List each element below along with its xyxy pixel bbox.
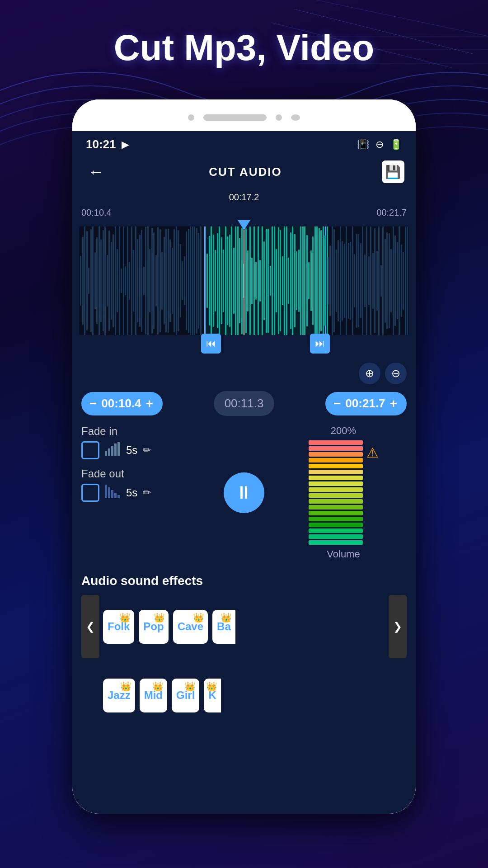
svg-rect-11 <box>105 485 107 498</box>
fade-out-wave-icon <box>105 485 121 501</box>
fade-in-item: Fade in <box>81 425 208 459</box>
zoom-in-button[interactable]: ⊕ <box>359 363 380 384</box>
left-time-label: 00:10.4 <box>81 208 112 218</box>
volume-percent: 200% <box>331 425 356 437</box>
effect-folk-button[interactable]: Folk 👑 <box>103 610 134 644</box>
svg-rect-14 <box>114 493 117 498</box>
start-time-control: − 00:10.4 + <box>81 392 163 415</box>
svg-rect-12 <box>108 487 110 498</box>
scroll-right-button[interactable]: ❯ <box>389 595 407 658</box>
effects-row-1: ❮ Folk 👑 Pop 👑 Cave 👑 <box>81 595 407 658</box>
fade-in-checkbox[interactable] <box>81 441 99 459</box>
fade-out-duration: 5s <box>126 486 137 499</box>
effect-girl-crown: 👑 <box>184 681 196 692</box>
effect-girl-button[interactable]: Girl 👑 <box>172 679 199 712</box>
waveform-canvas[interactable] <box>79 226 409 335</box>
vibrate-icon: 📳 <box>357 139 369 151</box>
effects-columns: Folk 👑 Pop 👑 Cave 👑 Ba 👑 <box>103 610 385 644</box>
battery-icon: 🔋 <box>390 139 402 151</box>
fade-in-duration: 5s <box>126 444 137 457</box>
play-pause-button[interactable]: ⏸ <box>224 472 264 513</box>
zoom-out-icon: ⊖ <box>391 367 400 380</box>
volume-warning-icon: ⚠ <box>366 445 379 461</box>
fade-out-label: Fade out <box>81 467 208 480</box>
right-handle[interactable]: ⏭ <box>310 336 330 354</box>
minus-icon: ⊖ <box>375 139 384 151</box>
sound-effects-section: Audio sound effects ❮ Folk 👑 Pop 👑 <box>72 574 416 732</box>
notch-bar <box>203 114 267 121</box>
save-icon: 💾 <box>385 165 401 179</box>
sound-effects-title: Audio sound effects <box>81 574 407 588</box>
right-time-label: 00:21.7 <box>376 208 407 218</box>
effect-k-button[interactable]: K 👑 <box>204 679 221 712</box>
phone-screen: 10:21 ▶ 📳 ⊖ 🔋 ← CUT AUDIO 💾 00:17.2 <box>72 131 416 814</box>
svg-rect-9 <box>114 443 117 456</box>
end-time-control: − 00:21.7 + <box>325 392 407 415</box>
effect-jazz-button[interactable]: Jazz 👑 <box>103 679 135 712</box>
fade-out-checkbox[interactable] <box>81 484 99 502</box>
status-icons-right: 📳 ⊖ 🔋 <box>357 139 402 151</box>
start-plus-btn[interactable]: + <box>146 396 153 411</box>
scroll-left-button[interactable]: ❮ <box>81 595 99 658</box>
effect-k-crown: 👑 <box>206 681 217 692</box>
effect-folk-crown: 👑 <box>119 612 131 623</box>
fade-in-label: Fade in <box>81 425 208 438</box>
playhead-arrow <box>238 220 250 230</box>
playhead-time: 00:17.2 <box>229 192 259 203</box>
volume-label: Volume <box>327 548 360 560</box>
effect-pop-button[interactable]: Pop 👑 <box>139 610 168 644</box>
save-button[interactable]: 💾 <box>382 160 404 183</box>
effects-columns-row2: Jazz 👑 Mid 👑 Girl 👑 K 👑 <box>103 679 385 712</box>
app-bar: ← CUT AUDIO 💾 <box>72 156 416 188</box>
svg-rect-6 <box>105 451 107 456</box>
svg-rect-10 <box>117 442 120 456</box>
play-pause-icon: ⏸ <box>235 482 253 503</box>
media-icon: ▶ <box>122 139 129 151</box>
volume-meter[interactable] <box>309 440 363 545</box>
duration-value: 00:11.3 <box>225 396 264 410</box>
notch-speaker <box>291 114 300 121</box>
svg-rect-13 <box>111 490 113 498</box>
fade-in-wave-icon <box>105 442 121 459</box>
zoom-in-icon: ⊕ <box>365 367 374 380</box>
phone-notch <box>72 99 416 131</box>
notch-camera <box>276 114 282 121</box>
end-minus-btn[interactable]: − <box>333 396 341 411</box>
duration-display: 00:11.3 <box>214 391 275 416</box>
zoom-out-button[interactable]: ⊖ <box>385 363 407 384</box>
time-controls: − 00:10.4 + 00:11.3 − 00:21.7 + <box>81 391 407 416</box>
fade-out-edit-icon[interactable]: ✏ <box>143 487 151 499</box>
start-minus-btn[interactable]: − <box>89 396 97 411</box>
left-handle[interactable]: ⏮ <box>201 336 221 354</box>
effect-mid-button[interactable]: Mid 👑 <box>140 679 167 712</box>
phone-frame: 10:21 ▶ 📳 ⊖ 🔋 ← CUT AUDIO 💾 00:17.2 <box>72 99 416 814</box>
end-plus-btn[interactable]: + <box>390 396 397 411</box>
effect-pop-crown: 👑 <box>154 612 165 623</box>
notch-dot-left <box>188 114 194 121</box>
effect-cave-button[interactable]: Cave 👑 <box>173 610 208 644</box>
svg-rect-8 <box>111 446 113 456</box>
controls-area: ⊕ ⊖ − 00:10.4 + 00:11.3 <box>72 356 416 574</box>
back-button[interactable]: ← <box>84 160 109 184</box>
zoom-controls: ⊕ ⊖ <box>81 363 407 384</box>
effect-cave-crown: 👑 <box>193 612 204 623</box>
fade-out-item: Fade out <box>81 467 208 502</box>
fade-volume-row: Fade in <box>81 425 407 560</box>
effect-jazz-crown: 👑 <box>120 681 131 692</box>
page-title: Cut Mp3, Video <box>0 27 488 69</box>
status-bar: 10:21 ▶ 📳 ⊖ 🔋 <box>72 131 416 156</box>
end-time-value: 00:21.7 <box>345 396 385 410</box>
volume-section: 200% ⚠ Volume <box>280 425 407 560</box>
svg-rect-7 <box>108 448 110 456</box>
waveform-section: 00:17.2 00:10.4 00:21.7 <box>72 188 416 356</box>
waveform-labels: 00:10.4 00:21.7 <box>79 208 409 218</box>
fade-in-edit-icon[interactable]: ✏ <box>143 444 151 456</box>
playhead-line <box>244 226 244 335</box>
effect-ba-crown: 👑 <box>221 612 232 623</box>
app-bar-title: CUT AUDIO <box>209 165 282 179</box>
effects-row-2: Jazz 👑 Mid 👑 Girl 👑 K 👑 <box>81 664 407 727</box>
svg-rect-15 <box>117 495 120 498</box>
effect-ba-button[interactable]: Ba 👑 <box>212 610 235 644</box>
effect-mid-crown: 👑 <box>152 681 164 692</box>
status-time: 10:21 <box>86 137 116 151</box>
